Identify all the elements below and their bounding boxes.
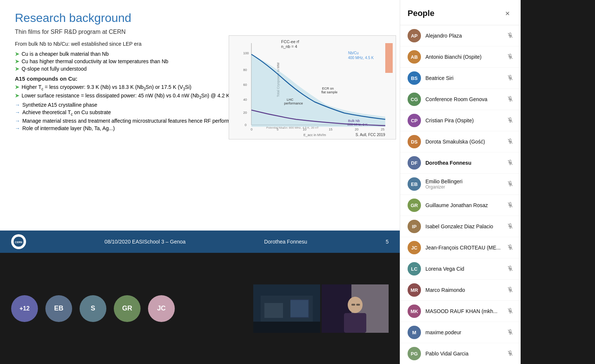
people-list[interactable]: APAlejandro Plaza ABAntonio Bianchi (Osp… [400, 25, 521, 364]
main-presentation-area: Research background Thin films for SRF R… [0, 0, 400, 364]
bottom-participants-bar: +12 EB S GR JC [0, 253, 400, 364]
people-panel-header: People ✕ [400, 0, 521, 25]
svg-text:400 MHz, 4.5 K: 400 MHz, 4.5 K [348, 56, 374, 60]
person-avatar: CP [408, 114, 421, 127]
svg-text:20: 20 [355, 128, 358, 131]
person-list-item[interactable]: GRGuillaume Jonathan Rosaz [400, 195, 521, 216]
svg-text:flat sample: flat sample [321, 90, 338, 94]
mute-icon[interactable] [507, 54, 513, 61]
mute-icon[interactable] [507, 244, 513, 251]
participant-bubble-gr[interactable]: GR [114, 295, 141, 322]
bullet-text-a15-1: Higher Tc = less cryopower: 9.3 K (Nb) v… [22, 84, 192, 91]
person-avatar: AB [408, 50, 421, 64]
svg-text:800 MHz, 2 K: 800 MHz, 2 K [347, 123, 368, 126]
svg-rect-43 [356, 304, 360, 306]
person-list-item[interactable]: DSDorota Smakulska (Gość) [400, 131, 521, 152]
chart-overlay: FCC-ee rf n_nb = 4 Nb/Cu 400 MHz, 4.5 K … [229, 35, 396, 139]
mute-icon[interactable] [507, 117, 513, 124]
person-list-item[interactable]: ABAntonio Bianchi (Ospite) [400, 46, 521, 68]
mute-icon[interactable] [507, 329, 513, 336]
mute-icon[interactable] [507, 223, 513, 230]
people-panel-close-button[interactable]: ✕ [501, 7, 513, 19]
bubble-jc-label: JC [157, 305, 165, 312]
video-thumbnails [253, 284, 389, 333]
person-name: Dorota Smakulska (Gość) [425, 139, 503, 145]
svg-text:FCC-ee rf: FCC-ee rf [281, 39, 299, 44]
person-list-item[interactable]: LCLorena Vega Cid [400, 258, 521, 280]
person-list-item[interactable]: DFDorothea Fonnesu [400, 152, 521, 174]
video-thumb-person [322, 284, 389, 333]
mute-icon[interactable] [507, 308, 513, 315]
video-thumb-room [253, 284, 320, 333]
person-avatar: PG [408, 347, 421, 360]
person-list-item[interactable]: PGPablo Vidal Garcia [400, 343, 521, 364]
mute-icon[interactable] [507, 181, 513, 188]
arrow-icon-3: → [15, 118, 20, 124]
person-avatar: IP [408, 220, 421, 233]
mute-icon[interactable] [507, 32, 513, 39]
mute-icon[interactable] [507, 75, 513, 82]
participant-bubble-jc[interactable]: JC [148, 295, 175, 322]
mute-icon[interactable] [507, 96, 513, 103]
person-list-item[interactable]: BSBeatrice Siri [400, 68, 521, 89]
person-avatar: LC [408, 262, 421, 276]
svg-rect-42 [351, 304, 355, 306]
participant-bubble-eb[interactable]: EB [45, 295, 72, 322]
person-avatar: GR [408, 199, 421, 212]
svg-text:15: 15 [329, 128, 332, 131]
person-name: Pablo Vidal Garcia [425, 351, 503, 357]
svg-rect-34 [264, 303, 283, 318]
svg-rect-29 [385, 43, 393, 73]
svg-text:25: 25 [381, 128, 385, 131]
person-name: MASOOD RAUF KHAN (mkh... [425, 308, 503, 314]
svg-text:80: 80 [243, 68, 247, 72]
mute-icon[interactable] [507, 350, 513, 357]
person-list-item[interactable]: MKMASOOD RAUF KHAN (mkh... [400, 301, 521, 322]
person-name: Guillaume Jonathan Rosaz [425, 202, 503, 208]
arrow-icon-2: → [15, 109, 20, 115]
person-name: Conference Room Genova [425, 96, 503, 102]
person-avatar: JC [408, 241, 421, 254]
person-list-item[interactable]: EBEmilio BellingeriOrganizer [400, 174, 521, 195]
mute-icon[interactable] [507, 202, 513, 209]
svg-text:S. Aull, FCC 2019: S. Aull, FCC 2019 [356, 133, 385, 137]
person-list-item[interactable]: Mmaxime.podeur [400, 322, 521, 343]
person-list-item[interactable]: APAlejandro Plaza [400, 25, 521, 46]
slide-subtitle: Thin films for SRF R&D program at CERN [15, 29, 385, 35]
participant-bubble-s[interactable]: S [80, 295, 106, 322]
person-list-item[interactable]: CPCristian Pira (Ospite) [400, 110, 521, 131]
person-list-item[interactable]: CGConference Room Genova [400, 89, 521, 110]
bubble-eb-label: EB [54, 305, 63, 312]
person-name: Cristian Pira (Ospite) [425, 117, 503, 123]
person-avatar: CG [408, 93, 421, 106]
person-name: Isabel Gonzalez Diaz Palacio [425, 223, 503, 229]
person-list-item[interactable]: JCJean-François CROTEAU (ME... [400, 237, 521, 258]
mute-icon[interactable] [507, 287, 513, 294]
mute-icon[interactable] [507, 160, 513, 167]
svg-text:60: 60 [243, 83, 247, 87]
svg-text:20: 20 [243, 111, 247, 115]
person-name: Jean-François CROTEAU (ME... [425, 245, 503, 251]
person-list-item[interactable]: IPIsabel Gonzalez Diaz Palacio [400, 216, 521, 237]
svg-text:Bulk Nb: Bulk Nb [348, 119, 360, 123]
bullet-icon-1: ➤ [15, 51, 19, 57]
mute-icon[interactable] [507, 138, 513, 145]
person-avatar: AP [408, 29, 421, 42]
slide-footer: CERN 08/10/2020 EASISchool 3 – Genoa Dor… [0, 231, 400, 253]
svg-text:E_acc in MV/m: E_acc in MV/m [303, 133, 326, 137]
mute-icon[interactable] [507, 265, 513, 273]
bubble-s-label: S [91, 305, 95, 312]
arrow-icon-4: → [15, 125, 20, 131]
svg-text:0: 0 [245, 123, 247, 127]
bullet-text-1: Cu is a cheaper bulk material than Nb [22, 51, 109, 57]
bullet-text-2: Cu has higher thermal conductivity at lo… [22, 58, 168, 64]
footer-date: 08/10/2020 EASISchool 3 – Genoa [104, 239, 186, 245]
svg-text:Potential Nb₃Sn: 800 MHz, 4.5 : Potential Nb₃Sn: 800 MHz, 4.5 K, 20 nT [266, 126, 319, 129]
footer-page: 5 [386, 239, 389, 245]
svg-rect-36 [253, 322, 320, 333]
participant-count-bubble[interactable]: +12 [11, 295, 38, 322]
person-list-item[interactable]: MRMarco Raimondo [400, 280, 521, 301]
person-name: Marco Raimondo [425, 287, 503, 293]
person-name: Emilio Bellingeri [425, 178, 503, 184]
svg-text:40: 40 [243, 98, 247, 102]
